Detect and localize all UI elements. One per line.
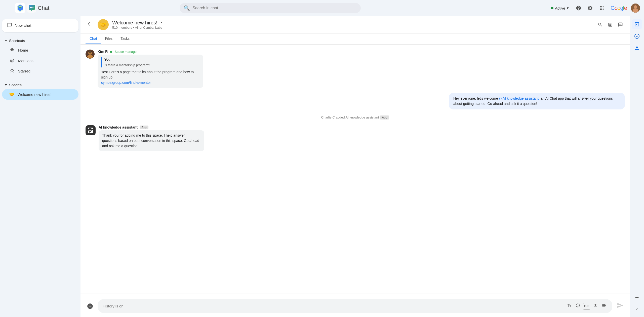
- tab-tasks-label: Tasks: [120, 36, 130, 41]
- format-text-button[interactable]: [566, 302, 573, 310]
- right-panel: [630, 16, 644, 317]
- kim-reply-text: Yes! Here's a page that talks about the …: [101, 69, 200, 80]
- new-chat-button[interactable]: New chat: [2, 19, 78, 32]
- header-right: Active ▾ Google: [548, 3, 640, 13]
- sidebar-item-mentions[interactable]: @ Mentions: [2, 56, 78, 66]
- threads-button[interactable]: [616, 20, 625, 29]
- collapse-panel-button[interactable]: [633, 305, 641, 314]
- menu-button[interactable]: [4, 4, 13, 13]
- kim-sender-name: Kim R: [98, 50, 108, 54]
- google-chat-logo-icon: [27, 4, 36, 13]
- google-wordmark: Google: [611, 5, 627, 11]
- status-button[interactable]: Active ▾: [548, 4, 572, 12]
- kim-message-content: Kim R ◆ Space manager You Is there a men…: [98, 50, 625, 88]
- user-avatar[interactable]: [631, 4, 640, 13]
- system-message: Charlie C added AI knowledge assistant A…: [86, 114, 625, 120]
- calendar-panel-button[interactable]: [632, 19, 642, 29]
- app-badge: App: [380, 115, 389, 120]
- system-message-text: Charlie C added AI knowledge assistant: [321, 115, 380, 119]
- search-input[interactable]: [192, 6, 357, 10]
- new-chat-icon: [7, 23, 12, 29]
- contacts-panel-button[interactable]: [632, 43, 642, 53]
- spaces-section-header[interactable]: ▾ Spaces: [2, 81, 78, 89]
- search-input-wrap[interactable]: 🔍: [180, 3, 361, 13]
- home-label: Home: [18, 48, 28, 52]
- settings-button[interactable]: [585, 3, 595, 13]
- spaces-label: Spaces: [9, 83, 22, 87]
- ai-message-group: AI knowledge assistant App Thank you for…: [86, 125, 625, 151]
- tab-chat-label: Chat: [90, 36, 97, 41]
- svg-point-8: [633, 9, 638, 13]
- spaces-chevron-icon: ▾: [5, 83, 7, 87]
- mentions-label: Mentions: [18, 59, 33, 63]
- app-logo-icon: [15, 3, 25, 13]
- tab-files[interactable]: Files: [101, 33, 117, 44]
- starred-icon: [9, 68, 15, 74]
- quoted-text: Is there a mentorship program?: [104, 63, 200, 68]
- help-button[interactable]: [574, 3, 583, 13]
- status-chevron-icon: ▾: [567, 6, 569, 10]
- toggle-panel-button[interactable]: [606, 20, 615, 29]
- ai-app-badge: App: [140, 126, 149, 129]
- ai-sender-info: AI knowledge assistant App: [99, 125, 625, 129]
- message-input[interactable]: [103, 304, 563, 308]
- shortcuts-label: Shortcuts: [9, 38, 25, 43]
- tab-tasks[interactable]: Tasks: [116, 33, 134, 44]
- chat-header: 🤝 Welcome new hires! 510 members • All o…: [80, 16, 630, 33]
- mentorship-link[interactable]: cymbalgroup.com/find-a-mentor: [101, 81, 151, 85]
- kim-sender-info: Kim R ◆ Space manager: [98, 50, 625, 54]
- upload-button[interactable]: [592, 302, 599, 310]
- send-button[interactable]: [615, 301, 625, 312]
- sidebar: New chat ▾ Shortcuts Home @ Mentions Sta…: [0, 16, 80, 317]
- chat-title[interactable]: Welcome new hires!: [112, 20, 592, 26]
- chat-area: 🤝 Welcome new hires! 510 members • All o…: [80, 16, 630, 317]
- add-panel-button[interactable]: [632, 293, 642, 303]
- svg-rect-13: [89, 51, 92, 53]
- input-divider: [80, 294, 630, 294]
- add-attachment-button[interactable]: [86, 302, 95, 311]
- sidebar-item-home[interactable]: Home: [2, 45, 78, 56]
- ai-mention: @AI knowledge assistant: [499, 96, 539, 100]
- input-actions: GIF: [566, 302, 607, 310]
- apps-button[interactable]: [597, 3, 607, 13]
- svg-point-5: [32, 7, 33, 8]
- header-left: Chat: [4, 3, 85, 13]
- spaces-section: ▾ Spaces 🤝 Welcome new hires!: [2, 81, 78, 100]
- home-icon: [9, 47, 15, 53]
- video-call-button[interactable]: [601, 302, 607, 310]
- sidebar-item-starred[interactable]: Starred: [2, 66, 78, 76]
- svg-point-7: [634, 5, 637, 9]
- space-manager-badge: Space manager: [114, 50, 138, 54]
- space-item-welcome-new-hires[interactable]: 🤝 Welcome new hires!: [2, 89, 78, 100]
- back-button[interactable]: [86, 20, 94, 30]
- shortcuts-section-header[interactable]: ▾ Shortcuts: [2, 36, 78, 45]
- emoji-button[interactable]: [575, 302, 581, 310]
- chat-title-wrap: Welcome new hires! 510 members • All of …: [112, 20, 592, 29]
- nav-items: Home @ Mentions Starred: [2, 45, 78, 76]
- space-item-label: Welcome new hires!: [18, 92, 52, 97]
- tasks-panel-button[interactable]: [632, 31, 642, 41]
- ai-message-text: Thank you for adding me to this space. I…: [102, 133, 199, 148]
- main-content: New chat ▾ Shortcuts Home @ Mentions Sta…: [0, 16, 644, 317]
- app-title: Chat: [38, 5, 49, 11]
- ai-message-content: AI knowledge assistant App Thank you for…: [99, 125, 625, 151]
- tab-chat[interactable]: Chat: [86, 33, 101, 44]
- new-chat-label: New chat: [15, 23, 31, 28]
- space-manager-diamond-icon: ◆: [110, 50, 112, 54]
- chat-subtitle: 510 members • All of Cymbal Labs: [112, 26, 592, 29]
- app-header: Chat 🔍 Active ▾ Google: [0, 0, 644, 16]
- message-group-kim: Kim R ◆ Space manager You Is there a men…: [86, 50, 625, 88]
- svg-point-4: [31, 7, 32, 8]
- svg-point-3: [30, 7, 31, 8]
- ai-message-bubble: Thank you for adding me to this space. I…: [99, 130, 204, 151]
- mentions-icon: @: [9, 58, 15, 63]
- message-input-box[interactable]: GIF: [98, 299, 612, 313]
- space-emoji-icon: 🤝: [9, 92, 15, 97]
- quoted-sender-name: You: [104, 57, 200, 62]
- search-chat-button[interactable]: [596, 20, 605, 29]
- shortcuts-chevron-icon: ▾: [5, 38, 7, 43]
- chat-title-chevron-icon: [159, 20, 164, 26]
- message-input-area: GIF: [80, 296, 630, 317]
- active-dot-icon: [551, 7, 553, 9]
- gif-button[interactable]: GIF: [583, 303, 590, 310]
